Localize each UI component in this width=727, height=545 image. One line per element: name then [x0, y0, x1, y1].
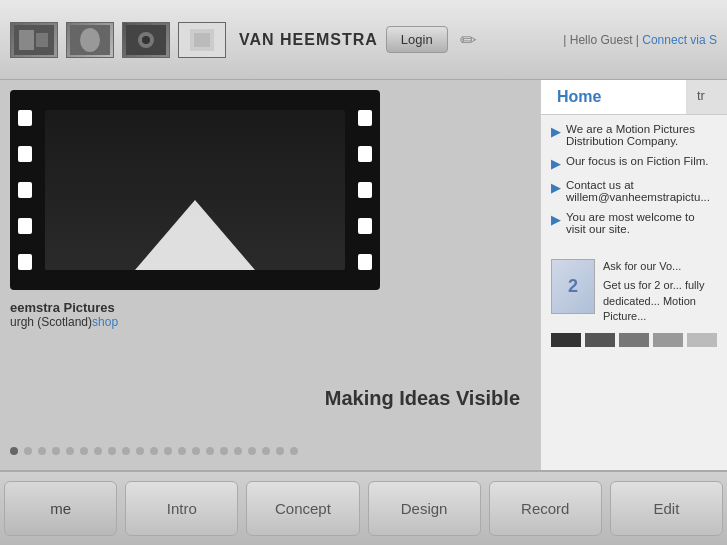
color-bar-1: [585, 333, 615, 347]
svg-point-4: [80, 28, 100, 52]
dots-row: [10, 447, 298, 455]
header: VAN HEEMSTRA Login ✏ | Hello Guest | Con…: [0, 0, 727, 80]
dot-18[interactable]: [262, 447, 270, 455]
right-item-0: ▶We are a Motion Pictures Distribution C…: [551, 123, 717, 147]
promo-text-2: Get us for 2 or... fully dedicated... Mo…: [603, 278, 717, 324]
film-hole: [18, 254, 32, 270]
concept-nav[interactable]: Concept: [246, 481, 359, 536]
dot-17[interactable]: [248, 447, 256, 455]
dot-4[interactable]: [66, 447, 74, 455]
thumb-1[interactable]: [10, 22, 58, 58]
film-holes-left: [18, 90, 32, 290]
svg-point-7: [142, 36, 150, 44]
dot-15[interactable]: [220, 447, 228, 455]
site-title: VAN HEEMSTRA: [239, 31, 378, 49]
record-nav[interactable]: Record: [489, 481, 602, 536]
dot-16[interactable]: [234, 447, 242, 455]
color-bars: [551, 333, 717, 347]
thumb-3[interactable]: [122, 22, 170, 58]
dot-9[interactable]: [136, 447, 144, 455]
dot-0[interactable]: [10, 447, 18, 455]
design-nav[interactable]: Design: [368, 481, 481, 536]
tagline: Making Ideas Visible: [325, 387, 520, 410]
right-item-1: ▶Our focus is on Fiction Film.: [551, 155, 717, 171]
right-panel: Home tr ▶We are a Motion Pictures Distri…: [540, 80, 727, 470]
edit-nav[interactable]: Edit: [610, 481, 723, 536]
main-content: eemstra Pictures urgh (Scotland)shop Mak…: [0, 80, 727, 470]
right-content: ▶We are a Motion Pictures Distribution C…: [541, 115, 727, 251]
location-text: urgh (Scotland): [10, 315, 92, 329]
color-bar-4: [687, 333, 717, 347]
color-bar-3: [653, 333, 683, 347]
left-panel: eemstra Pictures urgh (Scotland)shop Mak…: [0, 80, 540, 470]
company-name: eemstra Pictures: [10, 300, 530, 315]
dot-20[interactable]: [290, 447, 298, 455]
dot-14[interactable]: [206, 447, 214, 455]
dot-3[interactable]: [52, 447, 60, 455]
right-header: Home tr: [541, 80, 727, 115]
svg-rect-2: [36, 33, 48, 47]
promo-text-1: Ask for our Vo...: [603, 259, 717, 274]
greeting-text: | Hello Guest |: [563, 33, 639, 47]
company-info: eemstra Pictures urgh (Scotland)shop: [10, 300, 530, 329]
home-tab[interactable]: Home: [541, 80, 687, 114]
header-right: | Hello Guest | Connect via S: [563, 33, 717, 47]
film-hole: [358, 146, 372, 162]
film-hole: [18, 110, 32, 126]
promo-image: 2: [551, 259, 595, 314]
film-hole: [358, 182, 372, 198]
film-strip: [10, 90, 380, 290]
svg-rect-10: [194, 33, 210, 47]
dot-7[interactable]: [108, 447, 116, 455]
film-holes-right: [358, 90, 372, 290]
dot-2[interactable]: [38, 447, 46, 455]
dot-1[interactable]: [24, 447, 32, 455]
color-bar-0: [551, 333, 581, 347]
film-shape: [135, 200, 255, 270]
dot-6[interactable]: [94, 447, 102, 455]
color-bar-2: [619, 333, 649, 347]
login-button[interactable]: Login: [386, 26, 448, 53]
dot-11[interactable]: [164, 447, 172, 455]
right-item-2: ▶Contact us at willem@vanheemstrapictu..…: [551, 179, 717, 203]
film-hole: [18, 146, 32, 162]
promo-box: 2 Ask for our Vo... Get us for 2 or... f…: [551, 259, 717, 325]
home-nav[interactable]: me: [4, 481, 117, 536]
shop-link[interactable]: shop: [92, 315, 118, 329]
dot-5[interactable]: [80, 447, 88, 455]
film-hole: [358, 218, 372, 234]
film-content: [45, 110, 345, 270]
thumb-2[interactable]: [66, 22, 114, 58]
header-left: VAN HEEMSTRA Login ✏: [10, 22, 477, 58]
promo-text: Ask for our Vo... Get us for 2 or... ful…: [603, 259, 717, 325]
play-icon: ▶: [551, 180, 561, 195]
thumb-4[interactable]: [178, 22, 226, 58]
dot-8[interactable]: [122, 447, 130, 455]
dot-19[interactable]: [276, 447, 284, 455]
connect-link[interactable]: Connect via S: [642, 33, 717, 47]
play-icon: ▶: [551, 156, 561, 171]
bottom-nav: meIntroConceptDesignRecordEdit: [0, 470, 727, 545]
film-hole: [358, 254, 372, 270]
intro-nav[interactable]: Intro: [125, 481, 238, 536]
right-item-3: ▶You are most welcome to visit our site.: [551, 211, 717, 235]
dot-12[interactable]: [178, 447, 186, 455]
play-icon: ▶: [551, 212, 561, 227]
film-hole: [18, 182, 32, 198]
company-location: urgh (Scotland)shop: [10, 315, 530, 329]
dot-13[interactable]: [192, 447, 200, 455]
film-hole: [358, 110, 372, 126]
film-hole: [18, 218, 32, 234]
edit-icon: ✏: [460, 28, 477, 52]
other-tab[interactable]: tr: [687, 80, 727, 114]
dot-10[interactable]: [150, 447, 158, 455]
play-icon: ▶: [551, 124, 561, 139]
svg-rect-1: [19, 30, 34, 50]
